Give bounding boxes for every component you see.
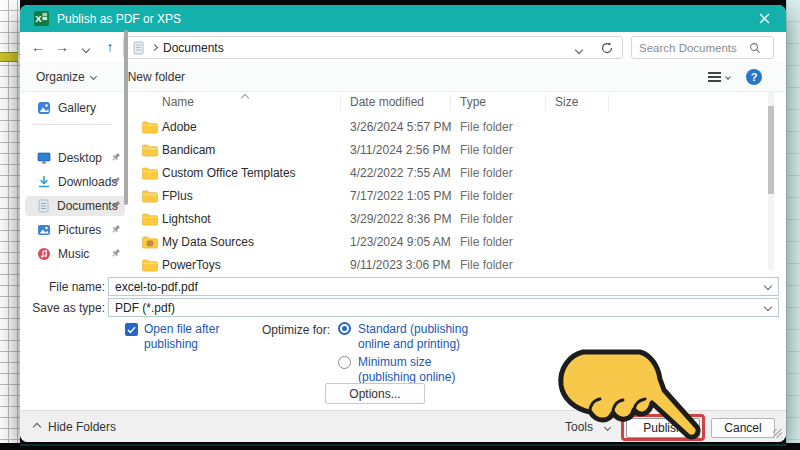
music-icon [37, 247, 51, 261]
organize-label: Organize [36, 70, 85, 84]
file-type: File folder [460, 189, 513, 203]
column-size[interactable]: Size [555, 95, 578, 109]
sidebar-item-label: Pictures [58, 223, 101, 237]
column-date-modified[interactable]: Date modified [350, 95, 424, 109]
view-chevron-icon [725, 74, 731, 80]
column-type[interactable]: Type [460, 95, 486, 109]
breadcrumb[interactable]: Documents [163, 41, 224, 55]
sidebar-scrollbar[interactable] [124, 30, 128, 205]
options-button[interactable]: Options... [325, 383, 425, 404]
checkmark-icon [127, 326, 136, 334]
organize-menu[interactable]: Organize [36, 70, 96, 84]
up-icon[interactable]: ↑ [98, 39, 122, 55]
address-dropdown-icon[interactable] [576, 39, 582, 57]
file-name-label: File name: [49, 280, 105, 294]
excel-app-icon: X [34, 11, 49, 26]
search-icon[interactable] [749, 42, 761, 54]
scrollbar-thumb[interactable] [768, 106, 774, 194]
publish-button[interactable]: Publish [626, 418, 700, 438]
open-after-label[interactable]: Open file after publishing [144, 322, 232, 352]
sidebar-item-desktop[interactable]: Desktop [25, 148, 125, 168]
file-type: File folder [460, 235, 513, 249]
tools-menu[interactable]: Tools [565, 420, 610, 434]
save-type-dropdown-icon[interactable] [764, 303, 772, 311]
file-date: 3/11/2024 2:56 PM [350, 143, 451, 157]
file-row[interactable]: PowerToys 9/11/2023 3:06 PM File folder [130, 254, 770, 276]
tools-chevron-icon [604, 423, 611, 430]
new-folder-label: New folder [128, 70, 185, 84]
close-icon[interactable] [756, 11, 772, 27]
view-options-button[interactable] [708, 72, 730, 82]
file-date: 7/17/2022 1:05 PM [350, 189, 451, 203]
column-divider[interactable] [450, 94, 451, 111]
file-name-dropdown-icon[interactable] [764, 282, 772, 290]
refresh-icon[interactable] [600, 41, 614, 55]
file-row[interactable]: Adobe 3/26/2024 5:57 PM File folder [130, 116, 770, 138]
folder-icon [142, 144, 158, 157]
file-date: 3/26/2024 5:57 PM [350, 120, 451, 134]
file-name: Custom Office Templates [162, 166, 296, 180]
save-type-row: Save as type: PDF (*.pdf) [20, 298, 786, 318]
sidebar-item-label: Desktop [58, 151, 102, 165]
file-name: Lightshot [162, 212, 211, 226]
search-box [631, 36, 774, 59]
help-icon[interactable]: ? [746, 69, 762, 85]
file-row[interactable]: FPlus 7/17/2022 1:05 PM File folder [130, 185, 770, 207]
location-icon [132, 41, 145, 55]
downloads-icon [37, 175, 51, 189]
file-row[interactable]: Bandicam 3/11/2024 2:56 PM File folder [130, 139, 770, 161]
organize-chevron-icon [90, 73, 97, 80]
standard-radio-label[interactable]: Standard (publishing online and printing… [358, 322, 483, 352]
file-name: Adobe [162, 120, 197, 134]
standard-radio[interactable] [338, 322, 351, 335]
file-row[interactable]: My Data Sources 1/23/2024 9:05 AM File f… [130, 231, 770, 253]
recent-locations-icon[interactable] [74, 39, 98, 55]
sidebar-separator [32, 124, 112, 125]
file-row[interactable]: Custom Office Templates 4/22/2022 7:55 A… [130, 162, 770, 184]
file-list-scrollbar[interactable] [768, 92, 774, 270]
pin-icon [111, 176, 121, 186]
chevron-up-icon [33, 423, 41, 431]
forward-icon[interactable]: → [50, 39, 74, 55]
column-name[interactable]: Name [162, 95, 194, 109]
folder-icon [142, 213, 158, 226]
sidebar-item-pictures[interactable]: Pictures [25, 220, 125, 240]
file-type: File folder [460, 212, 513, 226]
sidebar-item-label: Documents [57, 199, 118, 213]
pictures-icon [37, 223, 51, 237]
minimum-size-radio-label[interactable]: Minimum size (publishing online) [358, 355, 468, 385]
column-divider[interactable] [340, 94, 341, 111]
column-divider[interactable] [608, 94, 609, 111]
sidebar-item-downloads[interactable]: Downloads [25, 172, 125, 192]
save-type-select[interactable]: PDF (*.pdf) [108, 298, 779, 317]
file-type: File folder [460, 166, 513, 180]
column-divider[interactable] [545, 94, 546, 111]
search-input[interactable] [639, 42, 749, 54]
file-name: PowerToys [162, 258, 221, 272]
file-date: 1/23/2024 9:05 AM [350, 235, 451, 249]
file-name-input[interactable]: excel-to-pdf.pdf [108, 277, 779, 296]
footer-bar: Hide Folders Tools Publish Cancel [20, 410, 786, 442]
cancel-button[interactable]: Cancel [711, 418, 775, 438]
pin-icon [111, 224, 121, 234]
file-date: 4/22/2022 7:55 AM [350, 166, 451, 180]
sidebar-item-label: Downloads [58, 175, 117, 189]
excel-grid-left [0, 0, 20, 443]
new-folder-button[interactable]: New folder [128, 70, 185, 84]
hide-folders-button[interactable]: Hide Folders [34, 420, 116, 434]
sidebar-item-label: Gallery [58, 101, 96, 115]
documents-icon [37, 199, 50, 213]
file-name: Bandicam [162, 143, 215, 157]
address-bar[interactable]: Documents [123, 36, 623, 59]
minimum-size-radio[interactable] [338, 356, 351, 369]
tools-label: Tools [565, 420, 593, 434]
file-row[interactable]: Lightshot 3/29/2022 8:36 PM File folder [130, 208, 770, 230]
command-bar: Organize New folder ? [20, 62, 786, 92]
sidebar-item-music[interactable]: Music [25, 244, 125, 264]
resize-gripper[interactable] [773, 429, 782, 438]
pin-icon [111, 200, 121, 210]
back-icon[interactable]: ← [26, 39, 50, 55]
sidebar-item-documents[interactable]: Documents [25, 196, 125, 216]
open-after-checkbox[interactable] [125, 323, 138, 336]
sidebar-item-gallery[interactable]: Gallery [25, 98, 125, 118]
